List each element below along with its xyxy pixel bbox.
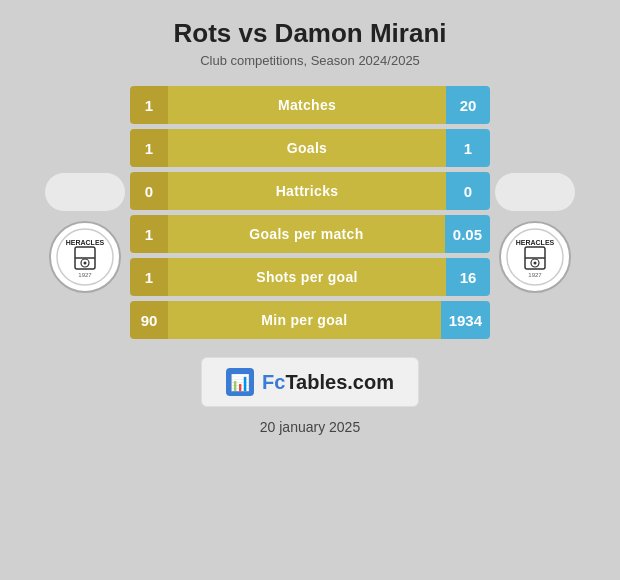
stat-row: 90Min per goal1934 [130, 301, 490, 339]
date-label: 20 january 2025 [260, 419, 360, 435]
left-ghost-pill [45, 173, 125, 211]
stat-label-3: Goals per match [168, 215, 445, 253]
right-ghost-pill [495, 173, 575, 211]
svg-text:1927: 1927 [528, 272, 542, 278]
stat-left-val-5: 90 [130, 301, 168, 339]
svg-text:HERACLES: HERACLES [66, 239, 105, 246]
stat-left-val-1: 1 [130, 129, 168, 167]
stat-right-val-3: 0.05 [445, 215, 490, 253]
fctables-banner: 📊 FcTables.com [201, 357, 419, 407]
stat-row: 1Goals1 [130, 129, 490, 167]
stat-right-val-5: 1934 [441, 301, 490, 339]
svg-point-12 [534, 261, 537, 264]
stat-label-0: Matches [168, 86, 446, 124]
stat-right-val-4: 16 [446, 258, 490, 296]
left-team-logo-area: HERACLES 1927 [40, 133, 130, 293]
stat-label-4: Shots per goal [168, 258, 446, 296]
svg-text:HERACLES: HERACLES [516, 239, 555, 246]
stat-row: 0Hattricks0 [130, 172, 490, 210]
stats-column: 1Matches201Goals10Hattricks01Goals per m… [130, 86, 490, 339]
stat-right-val-2: 0 [446, 172, 490, 210]
svg-point-5 [84, 261, 87, 264]
stat-row: 1Goals per match0.05 [130, 215, 490, 253]
fctables-text: FcTables.com [262, 371, 394, 394]
stat-row: 1Matches20 [130, 86, 490, 124]
left-badge-svg: HERACLES 1927 [55, 227, 115, 287]
fctables-icon: 📊 [226, 368, 254, 396]
right-badge-svg: HERACLES 1927 [505, 227, 565, 287]
stat-right-val-0: 20 [446, 86, 490, 124]
stat-left-val-2: 0 [130, 172, 168, 210]
right-club-badge: HERACLES 1927 [499, 221, 571, 293]
stat-left-val-3: 1 [130, 215, 168, 253]
page-title: Rots vs Damon Mirani [173, 18, 446, 49]
stat-right-val-1: 1 [446, 129, 490, 167]
stat-label-5: Min per goal [168, 301, 441, 339]
stat-left-val-0: 1 [130, 86, 168, 124]
page-subtitle: Club competitions, Season 2024/2025 [200, 53, 420, 68]
left-club-badge: HERACLES 1927 [49, 221, 121, 293]
svg-text:1927: 1927 [78, 272, 92, 278]
page-container: Rots vs Damon Mirani Club competitions, … [0, 0, 620, 580]
stat-row: 1Shots per goal16 [130, 258, 490, 296]
right-team-logo-area: HERACLES 1927 [490, 133, 580, 293]
stat-label-2: Hattricks [168, 172, 446, 210]
main-content: HERACLES 1927 1Matches201Goals10Hattrick… [10, 86, 610, 339]
stat-label-1: Goals [168, 129, 446, 167]
stat-left-val-4: 1 [130, 258, 168, 296]
